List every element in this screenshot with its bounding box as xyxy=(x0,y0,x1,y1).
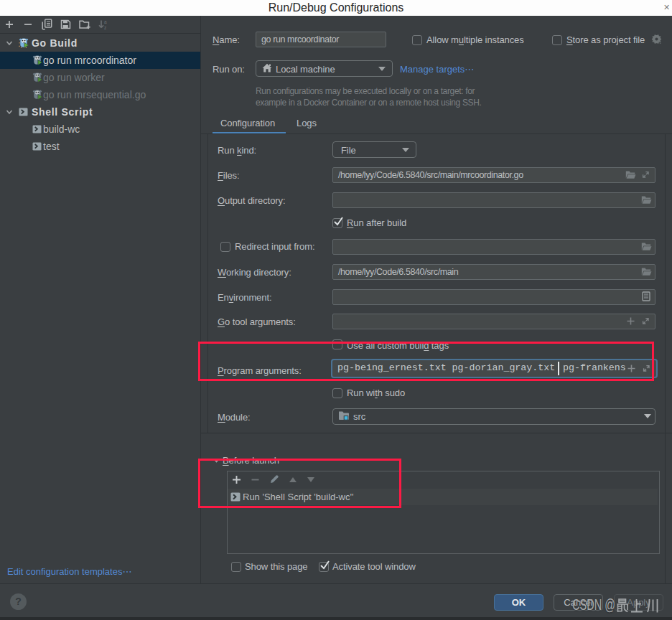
svg-text:z: z xyxy=(104,25,106,30)
svg-text:a: a xyxy=(104,19,107,24)
